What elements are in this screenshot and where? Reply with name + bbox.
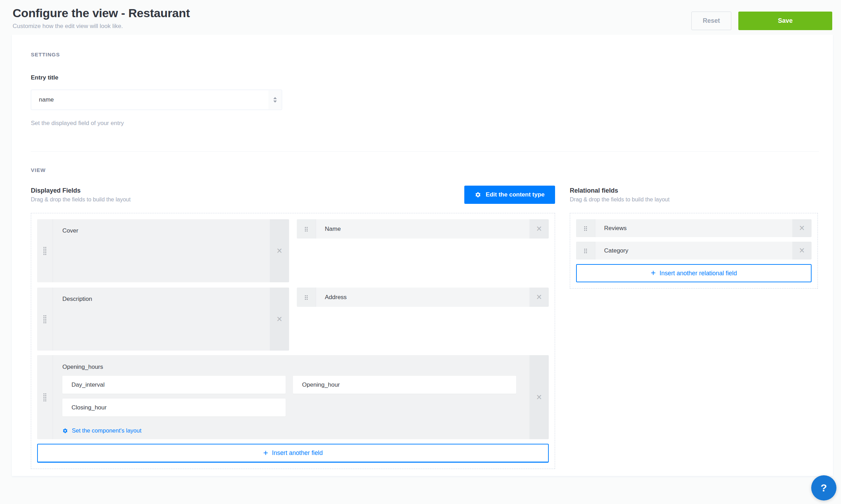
displayed-fields-header: Displayed Fields Drag & drop the fields … bbox=[31, 186, 555, 204]
remove-field-button[interactable]: × bbox=[792, 242, 812, 260]
reset-button[interactable]: Reset bbox=[691, 12, 731, 30]
subfield-closing-hour[interactable]: Closing_hour bbox=[62, 399, 286, 416]
entry-title-label: Entry title bbox=[31, 74, 819, 81]
relational-fields-column: Relational fields Drag & drop the fields… bbox=[570, 186, 818, 469]
insert-another-relational-field-label: Insert another relational field bbox=[659, 270, 737, 277]
page-subtitle: Customize how the edit view will look li… bbox=[13, 23, 190, 30]
help-button[interactable]: ? bbox=[811, 475, 836, 500]
field-label: Cover bbox=[53, 219, 270, 282]
edit-content-type-label: Edit the content type bbox=[486, 191, 545, 198]
close-icon: × bbox=[799, 245, 805, 256]
remove-field-button[interactable]: × bbox=[270, 219, 289, 282]
field-label: Description bbox=[53, 288, 270, 351]
displayed-fields-dropzone: Cover × Name × bbox=[31, 213, 555, 469]
gear-icon bbox=[62, 428, 68, 434]
gear-icon bbox=[475, 192, 481, 198]
insert-another-field-label: Insert another field bbox=[272, 449, 323, 457]
remove-field-button[interactable]: × bbox=[270, 288, 289, 351]
drag-handle[interactable] bbox=[576, 219, 595, 237]
fields-row-2-col-1: Description × bbox=[37, 288, 289, 351]
plus-icon: + bbox=[651, 269, 656, 277]
remove-field-button[interactable]: × bbox=[529, 219, 549, 239]
view-section-label: View bbox=[31, 167, 819, 173]
fields-row-2-col-2: Address × bbox=[297, 288, 549, 307]
chevron-up-icon bbox=[273, 97, 277, 99]
select-spinner-icon bbox=[268, 90, 281, 109]
close-icon: × bbox=[536, 223, 542, 234]
page-heading-block: Configure the view - Restaurant Customiz… bbox=[13, 6, 190, 30]
drag-handle-icon bbox=[43, 393, 47, 401]
field-address[interactable]: Address × bbox=[297, 288, 549, 307]
relational-fields-title: Relational fields bbox=[570, 187, 670, 194]
remove-field-button[interactable]: × bbox=[792, 219, 812, 237]
drag-handle-icon bbox=[305, 295, 308, 300]
close-icon: × bbox=[536, 392, 542, 403]
field-description[interactable]: Description × bbox=[37, 288, 289, 351]
set-component-layout-link[interactable]: Set the component's layout bbox=[62, 427, 142, 434]
drag-handle[interactable] bbox=[297, 288, 316, 307]
remove-field-button[interactable]: × bbox=[529, 355, 549, 439]
page-header: Configure the view - Restaurant Customiz… bbox=[0, 0, 841, 30]
component-subfields-row-2: Closing_hour bbox=[62, 399, 529, 416]
relational-fields-heading-block: Relational fields Drag & drop the fields… bbox=[570, 187, 670, 203]
entry-title-select-value: name bbox=[39, 96, 54, 103]
field-label: Name bbox=[316, 219, 529, 239]
insert-another-relational-field-button[interactable]: + Insert another relational field bbox=[576, 264, 812, 282]
drag-handle-icon bbox=[305, 227, 308, 232]
header-actions: Reset Save bbox=[691, 12, 832, 30]
drag-handle[interactable] bbox=[37, 288, 53, 351]
subfield-opening-hour[interactable]: Opening_hour bbox=[293, 376, 516, 394]
component-label: Opening_hours bbox=[62, 364, 529, 371]
settings-section-label: Settings bbox=[31, 51, 819, 57]
component-subfields-row-1: Day_interval Opening_hour bbox=[62, 376, 529, 394]
edit-content-type-button[interactable]: Edit the content type bbox=[464, 186, 555, 204]
config-card: Settings Entry title name Set the displa… bbox=[12, 35, 833, 476]
relational-field-category[interactable]: Category × bbox=[576, 242, 812, 260]
drag-handle-icon bbox=[584, 226, 587, 231]
close-icon: × bbox=[536, 292, 542, 303]
field-opening-hours-component[interactable]: Opening_hours Day_interval Opening_hour … bbox=[37, 355, 549, 439]
close-icon: × bbox=[277, 246, 282, 256]
page-title: Configure the view - Restaurant bbox=[13, 6, 190, 20]
drag-handle-icon bbox=[43, 315, 47, 323]
subfield-day-interval[interactable]: Day_interval bbox=[62, 376, 286, 394]
entry-title-help-text: Set the displayed field of your entry bbox=[31, 120, 819, 127]
component-body: Opening_hours Day_interval Opening_hour … bbox=[53, 355, 529, 439]
chevron-down-icon bbox=[273, 101, 277, 103]
displayed-fields-subtitle: Drag & drop the fields to build the layo… bbox=[31, 196, 131, 203]
entry-title-select[interactable]: name bbox=[31, 90, 282, 110]
fields-row-1-col-2: Name × bbox=[297, 219, 549, 239]
drag-handle-icon bbox=[584, 248, 587, 253]
field-cover[interactable]: Cover × bbox=[37, 219, 289, 282]
close-icon: × bbox=[799, 223, 805, 234]
fields-row-1: Cover × Name × bbox=[37, 219, 549, 282]
displayed-fields-heading-block: Displayed Fields Drag & drop the fields … bbox=[31, 187, 131, 203]
field-label: Reviews bbox=[595, 219, 792, 237]
drag-handle[interactable] bbox=[576, 242, 595, 260]
relational-field-reviews[interactable]: Reviews × bbox=[576, 219, 812, 237]
displayed-fields-title: Displayed Fields bbox=[31, 187, 131, 194]
section-divider bbox=[31, 151, 819, 152]
fields-row-2: Description × Address bbox=[37, 288, 549, 351]
insert-another-field-button[interactable]: + Insert another field bbox=[37, 444, 549, 463]
plus-icon: + bbox=[263, 449, 268, 457]
relational-fields-header: Relational fields Drag & drop the fields… bbox=[570, 186, 818, 204]
fields-row-1-col-1: Cover × bbox=[37, 219, 289, 282]
field-name[interactable]: Name × bbox=[297, 219, 549, 239]
set-component-layout-label: Set the component's layout bbox=[72, 427, 142, 434]
save-button[interactable]: Save bbox=[738, 12, 832, 30]
relational-fields-dropzone: Reviews × Category × + Insert bbox=[570, 213, 818, 289]
drag-handle[interactable] bbox=[37, 355, 53, 439]
displayed-fields-column: Displayed Fields Drag & drop the fields … bbox=[31, 186, 555, 469]
field-label: Category bbox=[595, 242, 792, 260]
relational-fields-subtitle: Drag & drop the fields to build the layo… bbox=[570, 196, 670, 203]
drag-handle[interactable] bbox=[37, 219, 53, 282]
field-label: Address bbox=[316, 288, 529, 307]
drag-handle-icon bbox=[43, 247, 47, 255]
remove-field-button[interactable]: × bbox=[529, 288, 549, 307]
question-mark-icon: ? bbox=[821, 482, 827, 493]
view-columns: Displayed Fields Drag & drop the fields … bbox=[31, 186, 819, 469]
drag-handle[interactable] bbox=[297, 219, 316, 239]
close-icon: × bbox=[277, 314, 282, 325]
